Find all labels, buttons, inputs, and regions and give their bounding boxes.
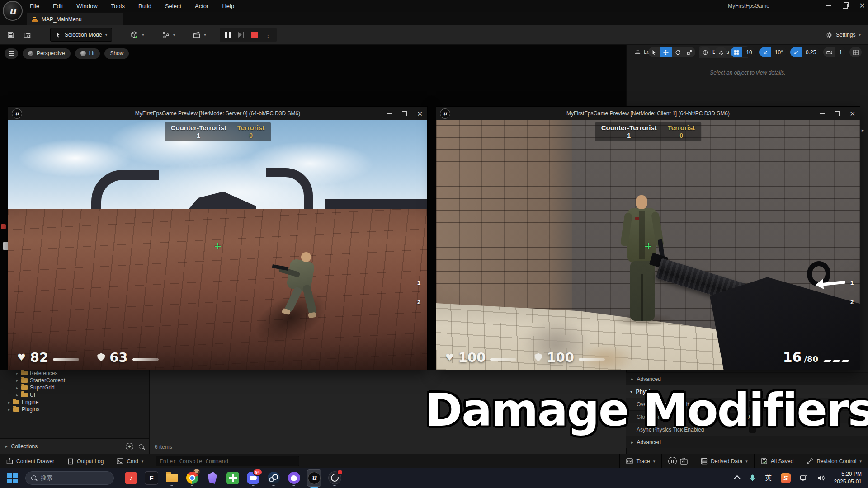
clock[interactable]: 5:20 PM 2025-05-01 xyxy=(834,470,862,485)
scale-snap-toggle[interactable] xyxy=(790,47,802,57)
surface-snap-button[interactable] xyxy=(715,47,727,57)
advanced-section-top[interactable]: ▸ Advanced xyxy=(626,372,868,385)
obs-icon[interactable] xyxy=(327,470,342,486)
grid-snap-toggle[interactable] xyxy=(731,47,742,57)
quad-view-button[interactable] xyxy=(849,47,862,57)
stop-button[interactable] xyxy=(251,32,258,38)
folder-startercontent[interactable]: ▸ StarterContent xyxy=(0,377,149,384)
add-actor-button[interactable] xyxy=(127,28,141,42)
rotate-tool-button[interactable] xyxy=(672,47,684,57)
menu-tools[interactable]: Tools xyxy=(111,3,125,9)
output-log-button[interactable]: Output Log xyxy=(61,454,110,468)
chevron-down-icon[interactable]: ▾ xyxy=(142,33,144,37)
derived-data-dropdown[interactable]: Derived Data ▾ xyxy=(694,454,754,468)
speaker-icon[interactable] xyxy=(817,474,825,482)
world-local-toggle[interactable] xyxy=(699,47,711,57)
console-command-input[interactable] xyxy=(156,456,299,466)
github-desktop-icon[interactable] xyxy=(287,470,301,486)
trace-pause-icon[interactable] xyxy=(668,457,677,465)
show-flags-dropdown[interactable]: Show xyxy=(104,48,129,59)
start-button[interactable] xyxy=(7,473,18,483)
unreal-engine-taskbar-icon[interactable]: u xyxy=(307,470,321,486)
folder-supergrid[interactable]: ▸ SuperGrid xyxy=(0,384,149,391)
search-input[interactable] xyxy=(40,474,100,482)
menu-file[interactable]: File xyxy=(30,3,39,9)
files-app-icon[interactable]: F xyxy=(144,470,159,486)
taskbar-search[interactable] xyxy=(25,471,114,485)
green-plus-app-icon[interactable] xyxy=(226,470,240,486)
tray-overflow-icon[interactable] xyxy=(733,475,741,483)
file-explorer-icon[interactable] xyxy=(165,470,179,486)
folder-engine[interactable]: ▸ Engine xyxy=(0,399,149,406)
trace-icon xyxy=(626,458,633,465)
steam-icon[interactable] xyxy=(266,470,281,486)
revision-control-dropdown[interactable]: Revision Control ▾ xyxy=(800,454,868,468)
menu-select[interactable]: Select xyxy=(165,3,181,9)
scale-snap-value[interactable]: 0.25 xyxy=(802,47,820,57)
chevron-down-icon[interactable]: ▾ xyxy=(204,33,206,37)
selection-mode-dropdown[interactable]: Selection Mode ▾ xyxy=(50,28,112,42)
folder-ui[interactable]: ▸ UI xyxy=(0,391,149,399)
content-drawer-button[interactable]: Content Drawer xyxy=(0,454,61,468)
minimize-icon[interactable] xyxy=(387,113,392,114)
maximize-icon[interactable] xyxy=(835,111,840,116)
advanced-section-bottom[interactable]: ▸ Advanced xyxy=(626,436,868,448)
cinematics-button[interactable] xyxy=(190,28,203,42)
rotation-snap-value[interactable]: 10° xyxy=(771,47,787,57)
panel-expand-icon[interactable]: ▸ xyxy=(862,127,864,133)
menu-help[interactable]: Help xyxy=(222,3,234,9)
viewport-menu-icon[interactable] xyxy=(5,48,18,59)
rotation-snap-toggle[interactable] xyxy=(760,47,771,57)
perspective-dropdown[interactable]: Perspective xyxy=(23,48,71,59)
all-saved-button[interactable]: All Saved xyxy=(754,454,800,468)
select-tool-button[interactable] xyxy=(648,47,660,57)
client-titlebar[interactable]: u MyFirstFpsGame Preview [NetMode: Clien… xyxy=(436,107,860,121)
restore-icon[interactable] xyxy=(843,4,848,9)
client-game-view[interactable]: Counter-Terrorist 1 Terrorist 0 1 2 ♥ 10… xyxy=(436,120,860,370)
server-titlebar[interactable]: u MyFirstFpsGame Preview [NetMode: Serve… xyxy=(8,107,427,121)
close-icon[interactable]: ✕ xyxy=(417,110,423,117)
blueprints-button[interactable] xyxy=(160,28,172,42)
view-mode-dropdown[interactable]: Lit xyxy=(75,48,100,59)
menu-window[interactable]: Window xyxy=(76,3,97,9)
ammo-slashes-icon xyxy=(824,360,849,362)
tab-map-mainmenu[interactable]: MAP_MainMenu xyxy=(27,13,123,25)
menu-actor[interactable]: Actor xyxy=(195,3,208,9)
add-collection-icon[interactable]: + xyxy=(126,443,133,450)
cmd-dropdown[interactable]: Cmd ▾ xyxy=(110,454,150,468)
frame-skip-button[interactable] xyxy=(238,32,244,38)
server-game-view[interactable]: Counter-Terrorist 1 Terrorist 0 1 2 ♥ 82… xyxy=(8,120,427,370)
play-options-icon[interactable]: ⋮ xyxy=(265,31,271,38)
menu-build[interactable]: Build xyxy=(138,3,151,9)
folder-references[interactable]: ▸ References xyxy=(0,370,149,377)
trace-dropdown[interactable]: Trace ▾ xyxy=(619,454,661,468)
camera-speed-button[interactable] xyxy=(823,47,835,57)
close-icon[interactable]: ✕ xyxy=(849,110,855,117)
minimize-icon[interactable] xyxy=(820,113,825,114)
music-app-icon[interactable]: ♪ xyxy=(124,470,138,486)
close-icon[interactable]: ✕ xyxy=(859,2,865,9)
sogou-icon[interactable]: S xyxy=(781,473,791,483)
menu-edit[interactable]: Edit xyxy=(53,3,63,9)
chevron-down-icon[interactable]: ▾ xyxy=(173,33,175,37)
pause-button[interactable] xyxy=(225,32,231,38)
camera-speed-value[interactable]: 1 xyxy=(835,47,846,57)
save-button[interactable] xyxy=(5,28,17,42)
obsidian-icon[interactable] xyxy=(205,470,220,486)
collections-bar[interactable]: ▸ Collections + xyxy=(0,438,149,454)
chrome-icon[interactable] xyxy=(185,470,199,486)
search-collections-icon[interactable] xyxy=(139,444,144,449)
minimize-icon[interactable] xyxy=(826,5,831,6)
folder-plugins[interactable]: ▸ Plugins xyxy=(0,406,149,413)
discord-icon[interactable]: 9+ xyxy=(246,470,260,486)
scale-tool-button[interactable] xyxy=(684,47,695,57)
ime-indicator[interactable]: 英 xyxy=(765,474,772,482)
microphone-icon[interactable] xyxy=(749,474,756,482)
maximize-icon[interactable] xyxy=(402,111,407,116)
browse-content-button[interactable] xyxy=(21,28,34,42)
move-tool-button[interactable] xyxy=(660,47,672,57)
network-icon[interactable] xyxy=(800,474,808,482)
settings-dropdown[interactable]: Settings ▾ xyxy=(826,28,861,42)
grid-snap-value[interactable]: 10 xyxy=(742,47,755,57)
unreal-logo-icon[interactable]: u xyxy=(3,1,23,21)
